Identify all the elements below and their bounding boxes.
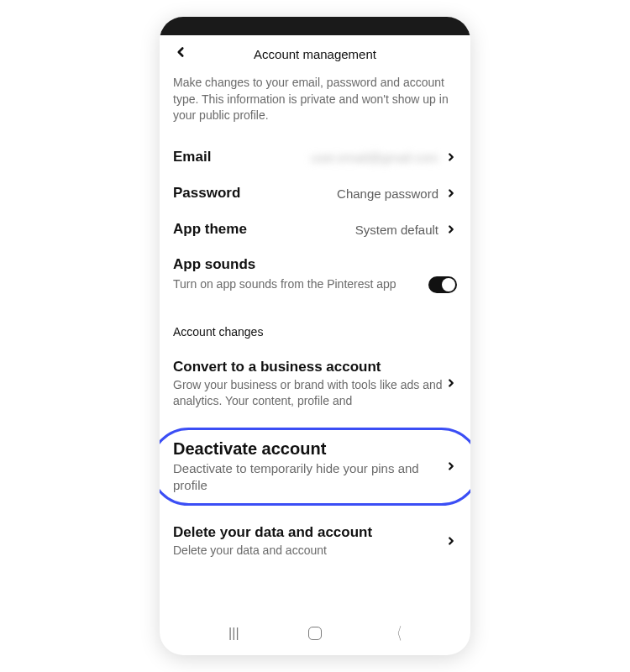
account-changes-section-label: Account changes <box>173 325 457 339</box>
app-sounds-label: App sounds <box>173 256 428 273</box>
chevron-right-icon <box>445 374 457 393</box>
convert-business-desc: Grow your business or brand with tools l… <box>173 377 445 409</box>
android-nav-bar: ||| 〈 <box>160 613 470 655</box>
chevron-right-icon <box>445 457 457 476</box>
chevron-right-icon <box>445 148 457 167</box>
chevron-right-icon <box>445 532 457 551</box>
password-row[interactable]: Password Change password <box>173 176 457 212</box>
app-theme-label: App theme <box>173 221 247 238</box>
content-area: Make changes to your email, password and… <box>160 70 470 613</box>
app-sounds-desc: Turn on app sounds from the Pinterest ap… <box>173 276 428 291</box>
nav-home-button[interactable] <box>298 623 332 643</box>
deactivate-account-title: Deactivate account <box>173 439 445 459</box>
convert-business-row[interactable]: Convert to a business account Grow your … <box>173 350 457 417</box>
email-label: Email <box>173 149 211 165</box>
app-theme-value: System default <box>247 223 445 237</box>
password-value: Change password <box>240 186 445 201</box>
chevron-left-icon <box>173 45 188 60</box>
delete-account-title: Delete your data and account <box>173 524 445 541</box>
status-bar-notch <box>160 17 470 35</box>
header: Account management <box>160 35 470 70</box>
phone-frame: Account management Make changes to your … <box>160 17 470 655</box>
deactivate-account-desc: Deactivate to temporarily hide your pins… <box>173 460 445 495</box>
app-sounds-toggle[interactable] <box>428 276 457 293</box>
convert-business-title: Convert to a business account <box>173 359 445 375</box>
delete-account-desc: Delete your data and account <box>173 543 445 559</box>
deactivate-account-row[interactable]: Deactivate account Deactivate to tempora… <box>160 428 470 507</box>
back-button[interactable] <box>173 45 188 64</box>
intro-text: Make changes to your email, password and… <box>173 75 457 124</box>
email-row[interactable]: Email user.email@gmail.com <box>173 139 457 176</box>
delete-account-row[interactable]: Delete your data and account Delete your… <box>173 516 457 567</box>
app-sounds-row: App sounds Turn on app sounds from the P… <box>173 248 457 305</box>
nav-back-button[interactable]: 〈 <box>385 623 408 643</box>
nav-recent-apps-button[interactable]: ||| <box>217 623 250 643</box>
email-value: user.email@gmail.com <box>211 150 445 165</box>
chevron-right-icon <box>445 184 457 203</box>
app-theme-row[interactable]: App theme System default <box>173 212 457 248</box>
page-title: Account management <box>173 47 457 61</box>
chevron-right-icon <box>445 220 457 239</box>
password-label: Password <box>173 185 240 202</box>
